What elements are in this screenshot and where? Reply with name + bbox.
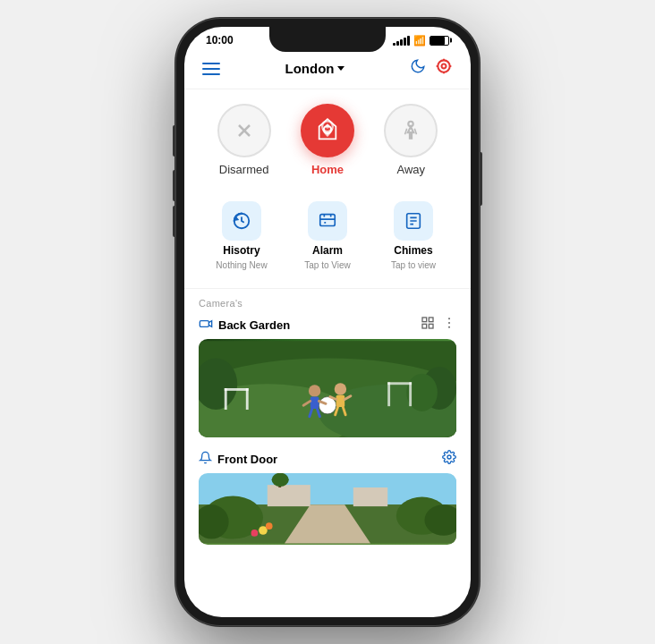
- alarm-active-icon[interactable]: [435, 57, 453, 80]
- away-label: Away: [397, 163, 426, 176]
- svg-rect-35: [225, 388, 227, 410]
- mode-disarmed[interactable]: Disarmed: [217, 104, 271, 176]
- mode-home[interactable]: Home: [301, 104, 354, 176]
- moon-icon[interactable]: [410, 58, 426, 79]
- front-door-label: Front Door: [217, 453, 277, 466]
- history-title: Hisotry: [223, 244, 259, 257]
- alarm-title: Alarm: [312, 244, 343, 257]
- camera-front-door: Front Door: [184, 446, 471, 545]
- svg-point-65: [251, 530, 259, 537]
- svg-rect-20: [200, 320, 208, 326]
- svg-rect-66: [268, 485, 310, 506]
- camera-title-left-door: Front Door: [199, 451, 277, 467]
- action-history[interactable]: Hisotry Nothing New: [199, 196, 285, 275]
- battery-icon: [430, 36, 449, 46]
- chimes-title: Chimes: [394, 244, 432, 257]
- svg-rect-39: [409, 382, 412, 406]
- history-subtitle: Nothing New: [216, 260, 267, 270]
- svg-rect-23: [422, 324, 427, 328]
- home-circle: [301, 104, 354, 157]
- camera-title-row-door: Front Door: [199, 446, 456, 473]
- cameras-section: Camera's Back Garden: [184, 289, 471, 554]
- disarmed-label: Disarmed: [219, 163, 269, 176]
- action-alarm[interactable]: Alarm Tap to View: [285, 196, 370, 275]
- svg-rect-37: [225, 388, 249, 391]
- svg-point-55: [447, 455, 451, 459]
- home-label: Home: [311, 163, 344, 176]
- svg-point-0: [438, 60, 449, 72]
- svg-rect-38: [387, 382, 390, 406]
- svg-rect-22: [429, 318, 433, 322]
- svg-rect-67: [353, 487, 387, 506]
- svg-point-26: [448, 322, 450, 324]
- alarm-icon-box: [308, 201, 347, 241]
- security-modes: Disarmed Home: [184, 89, 471, 187]
- svg-rect-21: [422, 318, 427, 322]
- svg-point-1: [441, 64, 446, 69]
- camera-actions-garden: [421, 316, 456, 334]
- away-circle: [384, 104, 438, 157]
- phone-frame: 10:00 📶: [175, 18, 480, 626]
- status-time: 10:00: [206, 34, 234, 47]
- signal-icon: [393, 35, 410, 46]
- phone-screen: 10:00 📶: [184, 27, 471, 617]
- camera-actions-door: [442, 450, 456, 468]
- bell-icon: [199, 451, 212, 467]
- camera-feed-garden[interactable]: [199, 339, 456, 437]
- svg-point-43: [309, 385, 320, 396]
- quick-actions: Hisotry Nothing New Alarm Tap to View: [184, 187, 471, 289]
- svg-rect-36: [246, 388, 249, 410]
- chimes-icon-box: [394, 201, 433, 241]
- disarmed-circle: [217, 104, 271, 157]
- back-garden-label: Back Garden: [218, 318, 290, 332]
- svg-rect-44: [310, 397, 319, 409]
- svg-point-64: [266, 522, 273, 530]
- svg-rect-50: [336, 395, 345, 407]
- gear-icon[interactable]: [442, 450, 456, 468]
- svg-point-49: [335, 383, 346, 394]
- camera-title-left-garden: Back Garden: [199, 317, 290, 334]
- action-chimes[interactable]: Chimes Tap to view: [370, 196, 456, 275]
- svg-point-27: [448, 326, 450, 328]
- svg-rect-11: [320, 215, 336, 226]
- camera-back-garden: Back Garden: [184, 312, 471, 437]
- wifi-icon: 📶: [413, 35, 426, 47]
- cameras-header: Camera's: [184, 289, 471, 312]
- mode-away[interactable]: Away: [384, 104, 438, 176]
- status-right: 📶: [393, 35, 449, 47]
- svg-rect-40: [387, 382, 412, 385]
- location-selector[interactable]: London: [285, 61, 345, 76]
- history-icon-box: [222, 201, 261, 241]
- chevron-down-icon: [337, 66, 345, 71]
- more-icon[interactable]: [442, 316, 456, 334]
- svg-point-25: [448, 318, 450, 319]
- grid-icon[interactable]: [421, 316, 435, 334]
- nav-icons: [410, 57, 453, 80]
- location-label: London: [285, 61, 335, 76]
- camera-video-icon: [199, 317, 213, 334]
- camera-feed-door[interactable]: [199, 473, 456, 545]
- chimes-subtitle: Tap to view: [391, 260, 436, 270]
- svg-point-69: [272, 473, 289, 487]
- hamburger-icon[interactable]: [202, 63, 220, 75]
- alarm-subtitle: Tap to View: [304, 260, 351, 270]
- svg-rect-24: [429, 324, 433, 328]
- camera-title-row-garden: Back Garden: [199, 312, 456, 339]
- top-nav: London: [184, 50, 471, 89]
- notch: [269, 27, 386, 52]
